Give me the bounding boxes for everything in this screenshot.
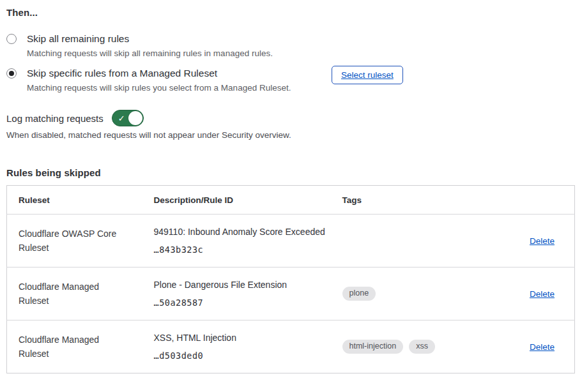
column-header	[505, 186, 575, 215]
option-label: Skip all remaining rules	[27, 33, 273, 45]
row-rule-id: …843b323c	[154, 245, 327, 255]
log-toggle[interactable]: ✓	[112, 110, 144, 126]
select-ruleset-button[interactable]: Select ruleset	[332, 66, 403, 84]
row-description: 949110: Inbound Anomaly Score Exceeded	[154, 227, 327, 237]
row-rule-id: …d503ded0	[154, 351, 327, 361]
row-ruleset: Cloudflare Managed Ruleset	[7, 320, 142, 373]
log-matching-requests-label: Log matching requests	[6, 113, 103, 124]
delete-link[interactable]: Delete	[530, 289, 555, 299]
table-row: Cloudflare OWASP Core Ruleset 949110: In…	[7, 215, 575, 268]
then-heading: Then...	[6, 7, 38, 18]
delete-link[interactable]: Delete	[530, 342, 555, 352]
rules-table-head-row: RulesetDescription/Rule IDTags	[7, 186, 575, 215]
row-tags: plone	[336, 268, 505, 320]
option-label: Skip specific rules from a Managed Rules…	[27, 67, 291, 79]
tag-pill: xss	[409, 340, 435, 354]
radio-skip-all-rules[interactable]	[6, 34, 17, 44]
row-ruleset: Cloudflare Managed Ruleset	[7, 268, 142, 320]
column-header: Description/Rule ID	[142, 186, 336, 215]
log-toggle-help-text: When disabled, matched requests will not…	[6, 130, 291, 140]
table-row: Cloudflare Managed Ruleset XSS, HTML Inj…	[7, 320, 575, 373]
row-tags: html-injectionxss	[336, 320, 505, 373]
check-icon: ✓	[118, 113, 125, 124]
row-description: Plone - Dangerous File Extension	[154, 280, 327, 290]
option-skip-all-rules[interactable]: Skip all remaining rules Matching reques…	[6, 33, 273, 59]
row-description: XSS, HTML Injection	[154, 333, 327, 343]
radio-skip-specific-rules[interactable]	[6, 68, 17, 79]
table-row: Cloudflare Managed Ruleset Plone - Dange…	[7, 268, 575, 320]
log-matching-requests-row: Log matching requests ✓	[6, 110, 144, 126]
option-description: Matching requests will skip all remainin…	[27, 49, 273, 59]
rules-skipped-table: RulesetDescription/Rule IDTags Cloudflar…	[6, 185, 575, 373]
column-header: Ruleset	[7, 186, 142, 215]
option-skip-specific-rules[interactable]: Skip specific rules from a Managed Rules…	[6, 67, 291, 93]
tag-pill: html-injection	[342, 340, 404, 354]
row-rule-id: …50a28587	[154, 298, 327, 308]
row-ruleset: Cloudflare OWASP Core Ruleset	[7, 215, 142, 268]
option-description: Matching requests will skip rules you se…	[27, 83, 291, 93]
tag-pill: plone	[342, 287, 376, 301]
toggle-knob	[128, 111, 142, 125]
rules-being-skipped-heading: Rules being skipped	[6, 167, 101, 178]
delete-link[interactable]: Delete	[530, 236, 555, 246]
waf-rule-config-page: Then... Skip all remaining rules Matchin…	[0, 0, 582, 392]
column-header: Tags	[336, 186, 505, 215]
rules-table-body: Cloudflare OWASP Core Ruleset 949110: In…	[7, 215, 575, 373]
row-tags	[336, 215, 505, 268]
